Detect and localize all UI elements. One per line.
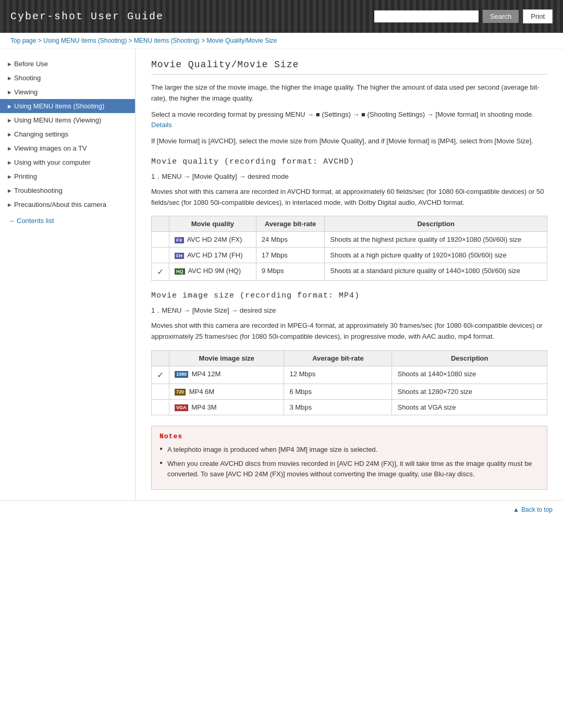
breadcrumb-menu-items[interactable]: MENU items (Shooting) [134, 37, 200, 44]
search-button[interactable]: Search [483, 10, 519, 23]
breadcrumb-top[interactable]: Top page [10, 37, 36, 44]
list-item: A telephoto image is produced when [MP4 … [160, 445, 539, 455]
bitrate-cell: 9 Mbps [256, 263, 324, 281]
sidebar-item-printing[interactable]: ▶ Printing [0, 169, 135, 183]
contents-list-label: Contents list [17, 217, 54, 225]
sidebar-item-label: Before Use [14, 60, 48, 68]
mp4-table-header-desc: Description [392, 350, 547, 366]
mp4-1080-badge: 1080 [175, 371, 188, 378]
bitrate-cell: 6 Mbps [284, 384, 392, 399]
bitrate-cell: 17 Mbps [256, 248, 324, 263]
chevron-right-icon: ▶ [8, 90, 11, 95]
desc-cell: Shoots at a high picture quality of 1920… [325, 248, 547, 263]
check-cell [152, 232, 169, 248]
mp4-table: Movie image size Average bit-rate Descri… [151, 350, 547, 415]
avchd-step: 1．MENU → [Movie Quality] → desired mode [151, 171, 547, 182]
sidebar-item-label: Changing settings [14, 130, 68, 138]
sidebar-item-label: Troubleshooting [14, 187, 63, 194]
chevron-right-icon: ▶ [8, 202, 11, 207]
sidebar-item-precautions[interactable]: ▶ Precautions/About this camera [0, 198, 135, 212]
bitrate-cell: 3 Mbps [284, 399, 392, 415]
sidebar-item-label: Shooting [14, 74, 41, 82]
size-cell: 1080 MP4 12M [169, 366, 284, 384]
chevron-right-icon: ▶ [8, 188, 11, 193]
avchd-table: Movie quality Average bit-rate Descripti… [151, 216, 547, 281]
notes-title: Notes [160, 433, 539, 440]
sidebar-item-changing-settings[interactable]: ▶ Changing settings [0, 127, 135, 141]
layout: ▶ Before Use ▶ Shooting ▶ Viewing ▶ Usin… [0, 49, 563, 500]
chevron-right-icon: ▶ [8, 118, 11, 123]
desc-cell: Shoots at the highest picture quality of… [325, 232, 547, 248]
sidebar-item-label: Viewing images on a TV [14, 144, 87, 152]
table-row: FX AVC HD 24M (FX) 24 Mbps Shoots at the… [152, 232, 547, 248]
mp4-section-title: Movie image size (recording format: MP4) [151, 291, 547, 300]
desc-cell: Shoots at 1280×720 size [392, 384, 547, 399]
search-input[interactable] [374, 10, 479, 22]
notes-list: A telephoto image is produced when [MP4 … [160, 445, 539, 480]
breadcrumb-current[interactable]: Movie Quality/Movie Size [207, 37, 277, 44]
quality-cell: FH AVC HD 17M (FH) [169, 248, 256, 263]
mp4-720-badge: 720 [175, 389, 186, 396]
check-cell: ✓ [152, 263, 169, 281]
table-row: ✓ HQ AVC HD 9M (HQ) 9 Mbps Shoots at a s… [152, 263, 547, 281]
avchd-desc: Movies shot with this camera are recorde… [151, 187, 547, 208]
chevron-right-icon: ▶ [8, 61, 11, 67]
table-row: ✓ 1080 MP4 12M 12 Mbps Shoots at 1440×10… [152, 366, 547, 384]
header-right: Search Print [374, 9, 553, 23]
check-cell [152, 248, 169, 263]
sidebar-item-using-computer[interactable]: ▶ Using with your computer [0, 155, 135, 169]
chevron-right-icon: ▶ [8, 76, 11, 81]
details-link[interactable]: Details [151, 121, 172, 129]
desc-cell: Shoots at VGA size [392, 399, 547, 415]
contents-list-link[interactable]: → Contents list [0, 212, 135, 230]
avchd-section-title: Movie quality (recording format: AVCHD) [151, 157, 547, 166]
avchd-table-header-desc: Description [325, 216, 547, 232]
checkmark-icon: ✓ [157, 267, 164, 276]
mp4-desc: Movies shot with this camera are recorde… [151, 320, 547, 342]
intro-para3: If [Movie format] is [AVCHD], select the… [151, 136, 547, 147]
fh-badge: FH [175, 253, 184, 260]
sidebar-item-shooting[interactable]: ▶ Shooting [0, 71, 135, 85]
sidebar-item-before-use[interactable]: ▶ Before Use [0, 57, 135, 71]
sidebar-item-viewing[interactable]: ▶ Viewing [0, 85, 135, 99]
check-cell [152, 399, 169, 415]
table-row: FH AVC HD 17M (FH) 17 Mbps Shoots at a h… [152, 248, 547, 263]
back-to-top-link[interactable]: ▲ Back to top [513, 506, 553, 513]
page-title: Movie Quality/Movie Size [151, 59, 547, 75]
chevron-right-icon: ▶ [8, 104, 11, 109]
intro-para2: Select a movie recording format by press… [151, 109, 547, 131]
checkmark-icon: ✓ [157, 371, 164, 379]
sidebar-item-using-menu-viewing[interactable]: ▶ Using MENU items (Viewing) [0, 113, 135, 127]
size-cell: VGA MP4 3M [169, 399, 284, 415]
avchd-table-header-bitrate: Average bit-rate [256, 216, 324, 232]
chevron-right-icon: ▶ [8, 146, 11, 151]
sidebar-item-label: Using MENU items (Viewing) [14, 116, 101, 124]
table-row: VGA MP4 3M 3 Mbps Shoots at VGA size [152, 399, 547, 415]
quality-cell: FX AVC HD 24M (FX) [169, 232, 256, 248]
header: Cyber-shot User Guide Search Print [0, 0, 563, 33]
header-title: Cyber-shot User Guide [10, 10, 164, 22]
sidebar-item-troubleshooting[interactable]: ▶ Troubleshooting [0, 183, 135, 198]
hq-badge: HQ [175, 268, 185, 275]
arrow-icon: → [8, 217, 15, 225]
mp4-table-header-bitrate: Average bit-rate [284, 350, 392, 366]
chevron-right-icon: ▶ [8, 174, 11, 179]
quality-cell: HQ AVC HD 9M (HQ) [169, 263, 256, 281]
avchd-table-header-check [152, 216, 169, 232]
mp4-step: 1．MENU → [Movie Size] → desired size [151, 305, 547, 316]
mp4-table-header-size: Movie image size [169, 350, 284, 366]
sidebar-item-label: Printing [14, 172, 37, 180]
desc-cell: Shoots at 1440×1080 size [392, 366, 547, 384]
breadcrumb: Top page > Using MENU items (Shooting) >… [0, 33, 563, 49]
sidebar-item-using-menu-shooting[interactable]: ▶ Using MENU items (Shooting) [0, 99, 135, 113]
breadcrumb-using-menu[interactable]: Using MENU items (Shooting) [43, 37, 127, 44]
sidebar-item-label: Viewing [14, 88, 38, 96]
list-item: When you create AVCHD discs from movies … [160, 459, 539, 480]
print-button[interactable]: Print [523, 9, 553, 23]
vga-badge: VGA [175, 404, 188, 411]
check-cell [152, 384, 169, 399]
back-to-top-label: Back to top [521, 506, 553, 513]
sidebar-item-label: Using with your computer [14, 158, 91, 166]
mp4-table-header-check [152, 350, 169, 366]
sidebar-item-viewing-tv[interactable]: ▶ Viewing images on a TV [0, 141, 135, 155]
